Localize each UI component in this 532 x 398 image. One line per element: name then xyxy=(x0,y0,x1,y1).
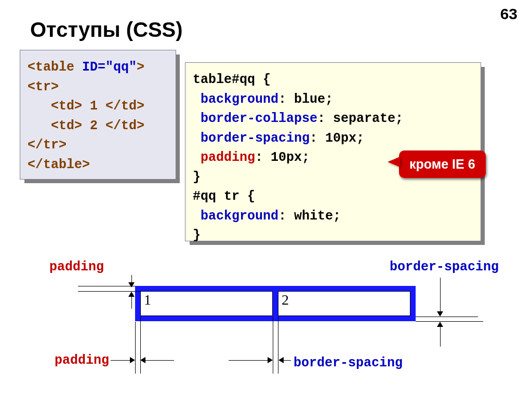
arrow-up-icon xyxy=(128,292,135,297)
code-text: background xyxy=(193,92,278,107)
code-text: border-collapse xyxy=(193,111,317,126)
label-border-spacing-top: border-spacing xyxy=(390,259,499,275)
code-text: #qq tr { xyxy=(193,189,255,204)
dim-line xyxy=(135,322,136,374)
code-text: : 10px; xyxy=(310,131,372,146)
dim-line xyxy=(416,321,483,322)
dim-line xyxy=(416,317,478,317)
arrow-right-icon xyxy=(130,357,135,363)
dim-line xyxy=(111,360,132,361)
code-text: border-spacing xyxy=(193,131,310,146)
code-text: <td> 1 </td> xyxy=(28,99,144,114)
dim-line xyxy=(78,286,135,286)
code-text: > xyxy=(137,60,144,75)
dim-line xyxy=(143,360,174,361)
code-text: : white; xyxy=(278,209,341,224)
code-text: table#qq { xyxy=(193,72,271,87)
code-text: background xyxy=(193,209,278,224)
page-number: 63 xyxy=(500,5,517,23)
code-text: : 10px; xyxy=(255,150,310,165)
code-text: } xyxy=(193,170,201,185)
code-text: </table> xyxy=(28,157,90,172)
code-text: <td> 2 </td> xyxy=(28,118,144,133)
dim-line xyxy=(278,317,278,374)
label-padding-top: padding xyxy=(49,259,104,275)
arrow-up-icon xyxy=(437,322,443,327)
demo-cell-1: 1 xyxy=(140,291,273,316)
page-title: Отступы (CSS) xyxy=(30,18,183,42)
label-padding-bottom: padding xyxy=(55,353,109,368)
demo-cell-2: 2 xyxy=(278,291,410,316)
code-text: ID="qq" xyxy=(82,60,137,75)
code-text: <table xyxy=(28,60,82,75)
table-demo: 1 2 xyxy=(135,286,416,321)
code-text: padding xyxy=(193,150,255,165)
code-text: } xyxy=(193,228,201,243)
code-text: : separate; xyxy=(317,111,403,126)
callout-box: кроме IE 6 xyxy=(399,150,486,178)
code-text: : blue; xyxy=(278,92,333,107)
dim-line xyxy=(440,278,441,314)
html-code-box: <table ID="qq"> <tr> <td> 1 </td> <td> 2… xyxy=(20,50,176,180)
arrow-down-icon xyxy=(437,311,443,317)
arrow-left-icon xyxy=(278,357,284,363)
dim-line xyxy=(229,360,270,361)
arrow-down-icon xyxy=(128,282,135,287)
dim-line xyxy=(273,317,273,374)
arrow-right-icon xyxy=(268,357,273,363)
code-text: </tr> xyxy=(28,138,66,153)
arrow-left-icon xyxy=(140,357,145,363)
dim-line xyxy=(140,317,141,374)
code-text: <tr> xyxy=(28,79,59,94)
label-border-spacing-bottom: border-spacing xyxy=(294,355,403,370)
